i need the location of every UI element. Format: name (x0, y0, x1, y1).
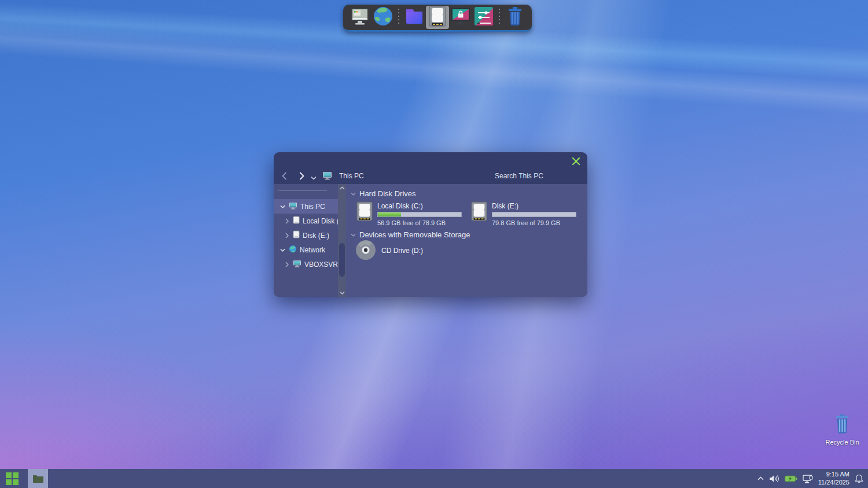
dock-item-file-manager[interactable] (403, 6, 426, 29)
chevron-left-icon (282, 172, 287, 180)
sidebar-item-label: Network (300, 246, 325, 254)
chevron-down-icon (311, 176, 317, 180)
recycle-bin-icon (833, 427, 852, 437)
hard-disk-icon (428, 6, 447, 29)
dock-item-trash[interactable] (503, 6, 527, 29)
dock-separator (398, 9, 399, 26)
sidebar-item-label: VBOXSVR (304, 260, 338, 269)
hard-disk-icon (293, 230, 300, 240)
dock (343, 5, 532, 32)
speaker-icon (769, 475, 779, 483)
scrollbar-thumb[interactable] (339, 243, 345, 277)
network-icon (289, 245, 297, 255)
history-dropdown-button[interactable] (311, 176, 317, 180)
folder-tree: This PC Local Disk (C:) (274, 199, 338, 271)
drive-name: CD Drive (D:) (381, 247, 423, 255)
section-removable-storage[interactable]: Devices with Removable Storage (351, 230, 470, 239)
chevron-right-icon[interactable] (284, 233, 290, 239)
drive-disk-e[interactable]: Disk (E:) 79.8 GB free of 79.9 GB (470, 201, 582, 226)
hard-disk-icon (356, 201, 373, 226)
scroll-down-icon[interactable] (340, 291, 345, 295)
sidebar-item-network[interactable]: Network (274, 243, 338, 257)
hard-disk-icon (293, 216, 300, 226)
sidebar-item-this-pc[interactable]: This PC (274, 199, 338, 214)
location-icon (322, 171, 332, 180)
capacity-bar (492, 212, 576, 217)
section-title: Hard Disk Drives (359, 189, 416, 198)
chevron-down-icon[interactable] (279, 205, 286, 208)
drive-local-disk-c[interactable]: Local Disk (C:) 56.9 GB free of 78.9 GB (356, 201, 467, 226)
section-collapse-icon (351, 192, 356, 196)
section-title: Devices with Removable Storage (359, 230, 470, 239)
chevron-up-icon (757, 476, 764, 480)
cd-icon (355, 240, 376, 263)
close-icon (572, 157, 580, 166)
trash-icon (505, 6, 525, 29)
drive-list-pane: Hard Disk Drives Loc (346, 184, 587, 297)
chevron-right-icon (299, 172, 304, 180)
dock-item-desktop[interactable] (348, 6, 372, 29)
section-collapse-icon (351, 233, 356, 237)
close-button[interactable] (569, 154, 583, 168)
recycle-bin-label: Recycle Bin (823, 439, 861, 446)
chevron-right-icon[interactable] (284, 262, 290, 267)
dock-item-disks[interactable] (426, 6, 449, 29)
taskbar: 9:15 AM 11/24/2025 (0, 469, 868, 488)
battery-button[interactable] (785, 475, 797, 482)
scroll-up-icon[interactable] (340, 186, 345, 190)
taskbar-item-file-manager[interactable] (28, 469, 48, 488)
sidebar-scrollbar[interactable] (338, 184, 346, 297)
sliders-icon (473, 6, 494, 29)
computer-icon (293, 260, 301, 269)
system-tray: 9:15 AM 11/24/2025 (757, 469, 868, 488)
desktop-preview-icon (350, 6, 370, 29)
lock-screen-icon (450, 6, 471, 29)
folder-icon (404, 6, 425, 29)
file-explorer-window: This PC Search This PC (274, 152, 587, 297)
dock-item-display-settings[interactable] (472, 6, 495, 29)
drive-free-space: 56.9 GB free of 78.9 GB (377, 219, 462, 226)
drive-name: Disk (E:) (492, 202, 576, 210)
battery-charging-icon (785, 475, 797, 482)
globe-icon (373, 6, 393, 29)
chevron-right-icon[interactable] (284, 218, 290, 224)
window-titlebar[interactable]: This PC Search This PC (274, 152, 587, 184)
window-body: This PC Local Disk (C:) (274, 184, 587, 297)
bell-icon (855, 474, 863, 483)
ethernet-icon (803, 474, 813, 483)
search-input[interactable]: Search This PC (495, 172, 543, 180)
computer-icon (289, 202, 297, 211)
volume-button[interactable] (769, 475, 779, 483)
notifications-button[interactable] (855, 474, 863, 483)
start-menu-icon (6, 472, 19, 485)
breadcrumb[interactable]: This PC (339, 172, 364, 180)
forward-button[interactable] (299, 172, 304, 180)
sidebar-item-disk-e[interactable]: Disk (E:) (274, 228, 338, 243)
drive-name: Local Disk (C:) (377, 202, 462, 210)
back-button[interactable] (282, 172, 287, 180)
sidebar-item-local-disk-c[interactable]: Local Disk (C:) (274, 214, 338, 228)
chevron-down-icon[interactable] (279, 248, 286, 252)
capacity-bar-fill (378, 212, 401, 217)
dock-item-browser[interactable] (372, 6, 395, 29)
network-button[interactable] (803, 474, 813, 483)
recycle-bin[interactable]: Recycle Bin (823, 413, 861, 446)
dock-separator (499, 9, 500, 26)
desktop-wallpaper: This PC Search This PC (0, 0, 868, 488)
taskbar-clock[interactable]: 9:15 AM 11/24/2025 (818, 471, 849, 487)
sidebar-item-label: Disk (E:) (303, 232, 329, 240)
sidebar-item-vboxsvr[interactable]: VBOXSVR (274, 257, 338, 271)
clock-date: 11/24/2025 (818, 479, 849, 487)
section-hard-disk-drives[interactable]: Hard Disk Drives (351, 189, 416, 198)
tray-expand-button[interactable] (757, 476, 764, 480)
start-button[interactable] (0, 469, 24, 488)
capacity-bar (377, 212, 462, 217)
drive-cd-d[interactable]: CD Drive (D:) (355, 240, 423, 263)
hard-disk-icon (470, 201, 488, 226)
sidebar-divider (278, 190, 327, 191)
drive-free-space: 79.8 GB free of 79.9 GB (492, 219, 576, 226)
dock-item-lock-screen[interactable] (449, 6, 472, 29)
clock-time: 9:15 AM (818, 471, 849, 479)
folder-icon (32, 474, 44, 483)
sidebar-item-label: This PC (300, 203, 325, 211)
